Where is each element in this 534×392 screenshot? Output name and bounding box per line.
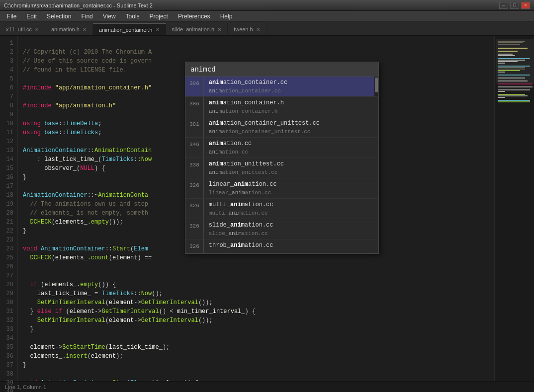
menu-help[interactable]: Help [215, 12, 238, 21]
tab-label: slide_animation.h [172, 26, 215, 32]
autocomplete-item[interactable]: 326 throb_animation.cc [185, 239, 378, 253]
autocomplete-item[interactable]: 326 multi_animation.cc multi_animation.c… [185, 199, 378, 219]
ac-main-text: multi_animation.cc [209, 200, 373, 209]
line-num: 5 [3, 75, 13, 83]
code-editor[interactable]: // Copyright (c) 2010 The Chromium A // … [18, 36, 494, 381]
line-num: 9 [3, 110, 13, 119]
ac-score: 346 [185, 138, 204, 157]
ac-main-text: animation.cc [209, 139, 373, 148]
ac-sub-text: animation_container_unittest.cc [209, 128, 373, 136]
line-num: 37 [3, 361, 13, 370]
menu-preferences[interactable]: Preferences [173, 12, 215, 21]
line-num: 10 [3, 119, 13, 128]
svg-rect-24 [498, 94, 525, 95]
ac-content: animation_container.h animation_containe… [204, 97, 378, 117]
ac-scrollbar-thumb [375, 78, 378, 92]
tab-tween-h[interactable]: tween.h ✕ [228, 23, 267, 35]
ac-content: linear_animation.cc linear_animation.cc [204, 178, 378, 198]
line-num: 15 [3, 164, 13, 173]
tab-close-container-h[interactable]: ✕ [156, 27, 160, 32]
autocomplete-item[interactable]: 386 animation_container.cc animation_con… [185, 77, 378, 97]
svg-rect-28 [498, 101, 530, 102]
menu-find[interactable]: Find [76, 12, 97, 21]
minimize-button[interactable]: ─ [499, 2, 508, 9]
ac-sub-text: multi_animation.cc [209, 209, 373, 217]
line-num: 38 [3, 370, 13, 379]
menu-project[interactable]: Project [145, 12, 173, 21]
autocomplete-item[interactable]: 386 animation_container.h animation_cont… [185, 97, 378, 117]
menu-edit[interactable]: Edit [21, 12, 42, 21]
ac-sub-text: linear_animation.cc [209, 189, 373, 197]
tab-animation-container-h[interactable]: animation_container.h ✕ [93, 23, 166, 35]
ac-sub-text: animation.cc [209, 148, 373, 156]
ac-content: animation_container_unittest.cc animatio… [204, 117, 378, 137]
line-num: 39 [3, 379, 13, 388]
svg-rect-26 [498, 97, 505, 98]
svg-rect-23 [498, 91, 505, 92]
svg-rect-20 [498, 83, 533, 84]
ac-content: slide_animation.cc slide_animation.cc [204, 219, 378, 239]
ac-score: 386 [185, 77, 204, 96]
line-num: 24 [3, 244, 13, 253]
maximize-button[interactable]: □ [510, 2, 519, 9]
ac-content: animation_container.cc animation_contain… [204, 77, 374, 96]
line-num: 23 [3, 235, 13, 244]
menu-tools[interactable]: Tools [121, 12, 145, 21]
line-num: 13 [3, 146, 13, 155]
ac-score: 381 [185, 117, 204, 137]
ac-content: animation_unittest.cc animation_unittest… [204, 158, 378, 178]
line-num: 11 [3, 128, 13, 137]
autocomplete-item[interactable]: 381 animation_container_unittest.cc anim… [185, 117, 378, 138]
line-num: 17 [3, 182, 13, 191]
autocomplete-item[interactable]: 346 animation.cc animation.cc [185, 138, 378, 158]
tab-label: tween.h [234, 26, 253, 32]
line-num: 36 [3, 352, 13, 361]
line-num: 6 [3, 83, 13, 92]
tabs-bar: x11_util.cc ✕ animation.h ✕ animation_co… [0, 22, 534, 36]
line-num: 34 [3, 334, 13, 343]
svg-rect-22 [498, 89, 530, 90]
ac-main-text: animation_container_unittest.cc [209, 119, 373, 128]
autocomplete-search-input[interactable] [190, 65, 373, 73]
close-button[interactable]: ✕ [521, 2, 530, 9]
ac-main-text: slide_animation.cc [209, 221, 373, 230]
menu-view[interactable]: View [98, 12, 121, 21]
line-num: 7 [3, 92, 13, 101]
svg-rect-25 [498, 95, 528, 96]
svg-rect-27 [498, 100, 530, 101]
ac-main-text: throb_animation.cc [209, 241, 373, 250]
line-num: 32 [3, 316, 13, 325]
tab-close-tween[interactable]: ✕ [256, 27, 260, 32]
tab-animation-h[interactable]: animation.h ✕ [45, 23, 93, 35]
tab-x11-util[interactable]: x11_util.cc ✕ [0, 23, 45, 35]
menu-bar: File Edit Selection Find View Tools Proj… [0, 11, 534, 22]
ac-main-text: animation_unittest.cc [209, 159, 373, 168]
line-num: 8 [3, 101, 13, 110]
line-num: 26 [3, 262, 13, 271]
autocomplete-item[interactable]: 326 linear_animation.cc linear_animation… [185, 178, 378, 199]
line-num: 1 [3, 39, 13, 48]
minimap [494, 36, 534, 381]
autocomplete-dropdown[interactable]: 386 animation_container.cc animation_con… [185, 62, 379, 254]
tab-slide-animation-h[interactable]: slide_animation.h ✕ [166, 23, 228, 35]
menu-file[interactable]: File [2, 12, 21, 21]
tab-close-slide[interactable]: ✕ [217, 27, 221, 32]
tab-close-animation-h[interactable]: ✕ [83, 27, 87, 32]
line-num: 35 [3, 343, 13, 352]
tab-close-x11[interactable]: ✕ [35, 27, 39, 32]
autocomplete-item[interactable]: 338 animation_unittest.cc animation_unit… [185, 158, 378, 178]
autocomplete-results: 386 animation_container.cc animation_con… [185, 77, 378, 253]
line-num: 20 [3, 209, 13, 218]
minimap-svg [496, 39, 534, 377]
tab-label: animation_container.h [99, 27, 153, 33]
ac-main-text: animation_container.h [209, 98, 373, 107]
ac-scrollbar-track [374, 77, 378, 96]
minimap-content [495, 36, 534, 380]
menu-selection[interactable]: Selection [42, 12, 76, 21]
line-num: 27 [3, 271, 13, 280]
line-num: 25 [3, 253, 13, 262]
autocomplete-search-box [185, 62, 378, 77]
autocomplete-item[interactable]: 326 slide_animation.cc slide_animation.c… [185, 219, 378, 239]
ac-sub-text: slide_animation.cc [209, 230, 373, 237]
line-num: 14 [3, 155, 13, 164]
